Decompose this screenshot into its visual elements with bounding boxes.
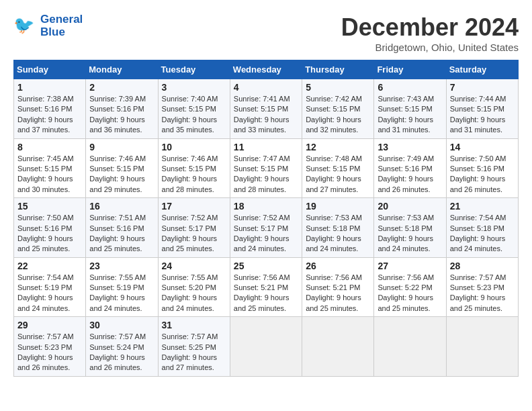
calendar-cell bbox=[374, 317, 446, 377]
day-info: Sunrise: 7:50 AM Sunset: 5:16 PM Dayligh… bbox=[17, 213, 82, 255]
day-number: 20 bbox=[378, 201, 442, 212]
calendar-cell: 30Sunrise: 7:57 AM Sunset: 5:24 PM Dayli… bbox=[86, 317, 158, 377]
day-info: Sunrise: 7:55 AM Sunset: 5:20 PM Dayligh… bbox=[162, 273, 226, 314]
calendar-week-2: 8Sunrise: 7:45 AM Sunset: 5:15 PM Daylig… bbox=[14, 138, 519, 198]
day-number: 10 bbox=[162, 142, 226, 152]
day-number: 13 bbox=[378, 142, 442, 152]
day-number: 30 bbox=[89, 320, 154, 330]
calendar-cell: 5Sunrise: 7:42 AM Sunset: 5:15 PM Daylig… bbox=[302, 79, 374, 139]
column-header-wednesday: Wednesday bbox=[230, 60, 302, 79]
day-info: Sunrise: 7:50 AM Sunset: 5:16 PM Dayligh… bbox=[450, 154, 515, 195]
calendar-table: SundayMondayTuesdayWednesdayThursdayFrid… bbox=[13, 60, 519, 377]
logo-line1: General bbox=[40, 13, 83, 26]
day-number: 22 bbox=[17, 261, 82, 271]
day-number: 1 bbox=[17, 82, 82, 93]
calendar-cell: 2Sunrise: 7:39 AM Sunset: 5:16 PM Daylig… bbox=[86, 79, 158, 139]
day-number: 28 bbox=[450, 261, 515, 271]
day-info: Sunrise: 7:51 AM Sunset: 5:16 PM Dayligh… bbox=[89, 213, 154, 255]
calendar-cell: 4Sunrise: 7:41 AM Sunset: 5:15 PM Daylig… bbox=[230, 79, 302, 139]
day-info: Sunrise: 7:55 AM Sunset: 5:19 PM Dayligh… bbox=[89, 273, 154, 314]
calendar-cell: 13Sunrise: 7:49 AM Sunset: 5:16 PM Dayli… bbox=[374, 138, 446, 198]
calendar-cell: 22Sunrise: 7:54 AM Sunset: 5:19 PM Dayli… bbox=[14, 257, 86, 317]
column-header-thursday: Thursday bbox=[302, 60, 374, 79]
calendar-cell: 24Sunrise: 7:55 AM Sunset: 5:20 PM Dayli… bbox=[158, 257, 230, 317]
calendar-cell: 25Sunrise: 7:56 AM Sunset: 5:21 PM Dayli… bbox=[230, 257, 302, 317]
column-header-saturday: Saturday bbox=[446, 60, 518, 79]
day-info: Sunrise: 7:54 AM Sunset: 5:18 PM Dayligh… bbox=[450, 213, 515, 255]
day-number: 26 bbox=[306, 261, 370, 271]
day-info: Sunrise: 7:46 AM Sunset: 5:15 PM Dayligh… bbox=[89, 154, 154, 195]
day-number: 11 bbox=[234, 142, 298, 152]
calendar-cell: 1Sunrise: 7:38 AM Sunset: 5:16 PM Daylig… bbox=[14, 79, 86, 139]
calendar-cell: 3Sunrise: 7:40 AM Sunset: 5:15 PM Daylig… bbox=[158, 79, 230, 139]
day-number: 17 bbox=[162, 201, 226, 212]
calendar-cell bbox=[302, 317, 374, 377]
day-number: 24 bbox=[162, 261, 226, 271]
day-number: 8 bbox=[17, 142, 82, 152]
day-number: 25 bbox=[234, 261, 298, 271]
logo: 🐦 General Blue bbox=[13, 13, 83, 38]
calendar-cell: 18Sunrise: 7:52 AM Sunset: 5:17 PM Dayli… bbox=[230, 198, 302, 258]
day-number: 9 bbox=[89, 142, 154, 152]
column-header-tuesday: Tuesday bbox=[158, 60, 230, 79]
calendar-cell: 12Sunrise: 7:48 AM Sunset: 5:15 PM Dayli… bbox=[302, 138, 374, 198]
calendar-week-3: 15Sunrise: 7:50 AM Sunset: 5:16 PM Dayli… bbox=[14, 198, 519, 258]
calendar-week-1: 1Sunrise: 7:38 AM Sunset: 5:16 PM Daylig… bbox=[14, 79, 519, 139]
day-info: Sunrise: 7:46 AM Sunset: 5:15 PM Dayligh… bbox=[162, 154, 226, 195]
day-info: Sunrise: 7:57 AM Sunset: 5:25 PM Dayligh… bbox=[162, 332, 226, 373]
day-info: Sunrise: 7:57 AM Sunset: 5:23 PM Dayligh… bbox=[450, 273, 515, 314]
day-number: 16 bbox=[89, 201, 154, 212]
calendar-cell: 15Sunrise: 7:50 AM Sunset: 5:16 PM Dayli… bbox=[14, 198, 86, 258]
calendar-cell: 20Sunrise: 7:53 AM Sunset: 5:18 PM Dayli… bbox=[374, 198, 446, 258]
column-header-monday: Monday bbox=[86, 60, 158, 79]
day-info: Sunrise: 7:47 AM Sunset: 5:15 PM Dayligh… bbox=[234, 154, 298, 195]
calendar-cell: 26Sunrise: 7:56 AM Sunset: 5:21 PM Dayli… bbox=[302, 257, 374, 317]
calendar-cell: 21Sunrise: 7:54 AM Sunset: 5:18 PM Dayli… bbox=[446, 198, 518, 258]
calendar-cell bbox=[446, 317, 518, 377]
day-info: Sunrise: 7:53 AM Sunset: 5:18 PM Dayligh… bbox=[306, 213, 370, 255]
day-info: Sunrise: 7:41 AM Sunset: 5:15 PM Dayligh… bbox=[234, 94, 298, 136]
day-info: Sunrise: 7:38 AM Sunset: 5:16 PM Dayligh… bbox=[17, 94, 82, 136]
day-info: Sunrise: 7:57 AM Sunset: 5:23 PM Dayligh… bbox=[17, 332, 82, 373]
day-number: 21 bbox=[450, 201, 515, 212]
day-info: Sunrise: 7:53 AM Sunset: 5:18 PM Dayligh… bbox=[378, 213, 442, 255]
calendar-week-4: 22Sunrise: 7:54 AM Sunset: 5:19 PM Dayli… bbox=[14, 257, 519, 317]
day-info: Sunrise: 7:56 AM Sunset: 5:21 PM Dayligh… bbox=[306, 273, 370, 314]
day-info: Sunrise: 7:48 AM Sunset: 5:15 PM Dayligh… bbox=[306, 154, 370, 195]
column-header-sunday: Sunday bbox=[14, 60, 86, 79]
day-info: Sunrise: 7:40 AM Sunset: 5:15 PM Dayligh… bbox=[162, 94, 226, 136]
calendar-cell: 29Sunrise: 7:57 AM Sunset: 5:23 PM Dayli… bbox=[14, 317, 86, 377]
day-number: 6 bbox=[378, 82, 442, 93]
day-number: 27 bbox=[378, 261, 442, 271]
calendar-cell: 31Sunrise: 7:57 AM Sunset: 5:25 PM Dayli… bbox=[158, 317, 230, 377]
calendar-cell: 27Sunrise: 7:56 AM Sunset: 5:22 PM Dayli… bbox=[374, 257, 446, 317]
month-title: December 2024 bbox=[341, 13, 519, 42]
day-number: 3 bbox=[162, 82, 226, 93]
day-info: Sunrise: 7:57 AM Sunset: 5:24 PM Dayligh… bbox=[89, 332, 154, 373]
day-number: 31 bbox=[162, 320, 226, 330]
day-number: 18 bbox=[234, 201, 298, 212]
calendar-cell: 8Sunrise: 7:45 AM Sunset: 5:15 PM Daylig… bbox=[14, 138, 86, 198]
calendar-cell: 28Sunrise: 7:57 AM Sunset: 5:23 PM Dayli… bbox=[446, 257, 518, 317]
day-number: 7 bbox=[450, 82, 515, 93]
calendar-cell: 9Sunrise: 7:46 AM Sunset: 5:15 PM Daylig… bbox=[86, 138, 158, 198]
day-info: Sunrise: 7:45 AM Sunset: 5:15 PM Dayligh… bbox=[17, 154, 82, 195]
day-info: Sunrise: 7:54 AM Sunset: 5:19 PM Dayligh… bbox=[17, 273, 82, 314]
logo-icon: 🐦 bbox=[13, 14, 38, 38]
day-number: 15 bbox=[17, 201, 82, 212]
calendar-cell: 11Sunrise: 7:47 AM Sunset: 5:15 PM Dayli… bbox=[230, 138, 302, 198]
day-info: Sunrise: 7:42 AM Sunset: 5:15 PM Dayligh… bbox=[306, 94, 370, 136]
calendar-cell: 23Sunrise: 7:55 AM Sunset: 5:19 PM Dayli… bbox=[86, 257, 158, 317]
calendar-cell: 16Sunrise: 7:51 AM Sunset: 5:16 PM Dayli… bbox=[86, 198, 158, 258]
day-info: Sunrise: 7:52 AM Sunset: 5:17 PM Dayligh… bbox=[234, 213, 298, 255]
day-number: 12 bbox=[306, 142, 370, 152]
title-block: December 2024 Bridgetown, Ohio, United S… bbox=[341, 13, 519, 53]
day-number: 23 bbox=[89, 261, 154, 271]
page-header: 🐦 General Blue December 2024 Bridgetown,… bbox=[13, 13, 519, 53]
day-number: 4 bbox=[234, 82, 298, 93]
calendar-week-5: 29Sunrise: 7:57 AM Sunset: 5:23 PM Dayli… bbox=[14, 317, 519, 377]
day-number: 19 bbox=[306, 201, 370, 212]
calendar-cell: 10Sunrise: 7:46 AM Sunset: 5:15 PM Dayli… bbox=[158, 138, 230, 198]
calendar-cell: 6Sunrise: 7:43 AM Sunset: 5:15 PM Daylig… bbox=[374, 79, 446, 139]
day-info: Sunrise: 7:56 AM Sunset: 5:21 PM Dayligh… bbox=[234, 273, 298, 314]
